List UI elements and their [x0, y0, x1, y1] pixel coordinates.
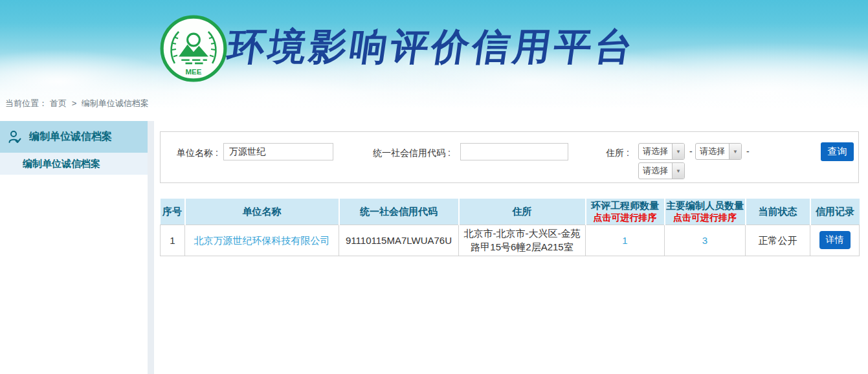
address-dash-2: -	[746, 146, 750, 157]
credit-code-input[interactable]	[460, 143, 568, 160]
column-header-label: 环评工程师数量	[591, 200, 659, 211]
column-header-label: 序号	[162, 206, 182, 217]
search-panel: 单位名称 : 统一社会信用代码 : 住所 : 请选择 ▼ - 请选择 ▼ - 请…	[160, 131, 859, 183]
sidebar-subitem-credit-archive[interactable]: 编制单位诚信档案	[0, 153, 148, 175]
chevron-down-icon[interactable]: ▼	[729, 144, 741, 159]
cell-seq: 1	[161, 225, 185, 256]
address-label: 住所 :	[606, 148, 629, 159]
credit-code-label: 统一社会信用代码 :	[373, 148, 451, 159]
column-header-credit-code: 统一社会信用代码	[339, 199, 459, 225]
chevron-down-icon[interactable]: ▼	[672, 144, 684, 159]
page-title: 环境影响评价信用平台	[225, 22, 640, 72]
engineer-count-link[interactable]: 1	[622, 235, 627, 246]
district-select[interactable]: 请选择 ▼	[638, 162, 685, 179]
sidebar-item-credit-archive[interactable]: 编制单位诚信档案	[0, 121, 148, 153]
column-header-label: 当前状态	[759, 206, 797, 217]
cell-engineer-count: 1	[586, 225, 665, 256]
company-name-link[interactable]: 北京万源世纪环保科技有限公司	[194, 235, 330, 246]
cell-editor-count: 3	[665, 225, 746, 256]
sort-hint: 点击可进行排序	[586, 212, 664, 223]
table-row: 1 北京万源世纪环保科技有限公司 91110115MA7LWUA76U 北京市-…	[161, 225, 860, 256]
district-select-value: 请选择	[639, 163, 672, 179]
sort-hint: 点击可进行排序	[665, 212, 745, 223]
query-button[interactable]: 查询	[821, 142, 854, 161]
column-header-label: 住所	[513, 206, 532, 217]
results-table: 序号 单位名称 统一社会信用代码 住所 环评工程师数量 点击可进行排序 主要编制…	[160, 199, 860, 256]
column-header-label: 统一社会信用代码	[360, 206, 438, 217]
sidebar: 编制单位诚信档案 编制单位诚信档案	[0, 121, 148, 374]
cell-status: 正常公开	[746, 225, 810, 256]
city-select-value: 请选择	[696, 144, 729, 159]
breadcrumb-current: 编制单位诚信档案	[82, 98, 149, 108]
column-header-address: 住所	[459, 199, 586, 225]
user-check-icon	[7, 129, 23, 145]
mee-logo-text: MEE	[186, 68, 202, 76]
sidebar-item-label: 编制单位诚信档案	[29, 130, 112, 144]
chevron-down-icon[interactable]: ▼	[672, 163, 684, 179]
column-header-status: 当前状态	[746, 199, 810, 225]
cell-company: 北京万源世纪环保科技有限公司	[185, 225, 339, 256]
breadcrumb-prefix: 当前位置：	[5, 98, 47, 108]
column-header-credit-record: 信用记录	[810, 199, 860, 225]
column-header-label: 信用记录	[816, 206, 854, 217]
company-name-input[interactable]	[223, 143, 333, 160]
sidebar-subitem-label: 编制单位诚信档案	[23, 158, 100, 169]
province-select-value: 请选择	[639, 144, 672, 159]
company-name-label: 单位名称 :	[177, 148, 218, 159]
column-header-engineer-count-sort[interactable]: 环评工程师数量 点击可进行排序	[586, 199, 665, 225]
breadcrumb-home-link[interactable]: 首页	[50, 98, 67, 108]
page: MEE 环境影响评价信用平台 当前位置：首页 > 编制单位诚信档案 编制单位诚信…	[0, 0, 868, 374]
results-table-container: 序号 单位名称 统一社会信用代码 住所 环评工程师数量 点击可进行排序 主要编制…	[160, 199, 859, 256]
address-dash-1: -	[689, 146, 693, 157]
city-select[interactable]: 请选择 ▼	[695, 143, 742, 160]
column-header-label: 主要编制人员数量	[666, 200, 744, 211]
column-header-editor-count-sort[interactable]: 主要编制人员数量 点击可进行排序	[665, 199, 746, 225]
breadcrumb: 当前位置：首页 > 编制单位诚信档案	[5, 98, 151, 109]
sidebar-divider	[148, 121, 154, 374]
cell-credit-record: 详情	[810, 225, 860, 256]
cell-credit-code: 91110115MA7LWUA76U	[339, 225, 459, 256]
editor-count-link[interactable]: 3	[702, 235, 707, 246]
cell-address: 北京市-北京市-大兴区-金苑路甲15号6幢2层A215室	[459, 225, 586, 256]
province-select[interactable]: 请选择 ▼	[638, 143, 685, 160]
table-header-row: 序号 单位名称 统一社会信用代码 住所 环评工程师数量 点击可进行排序 主要编制…	[161, 199, 860, 225]
mee-logo-icon: MEE	[160, 15, 227, 82]
detail-button[interactable]: 详情	[819, 231, 851, 249]
column-header-seq: 序号	[161, 199, 185, 225]
breadcrumb-separator: >	[72, 98, 77, 108]
column-header-company: 单位名称	[185, 199, 339, 225]
column-header-label: 单位名称	[243, 206, 282, 217]
